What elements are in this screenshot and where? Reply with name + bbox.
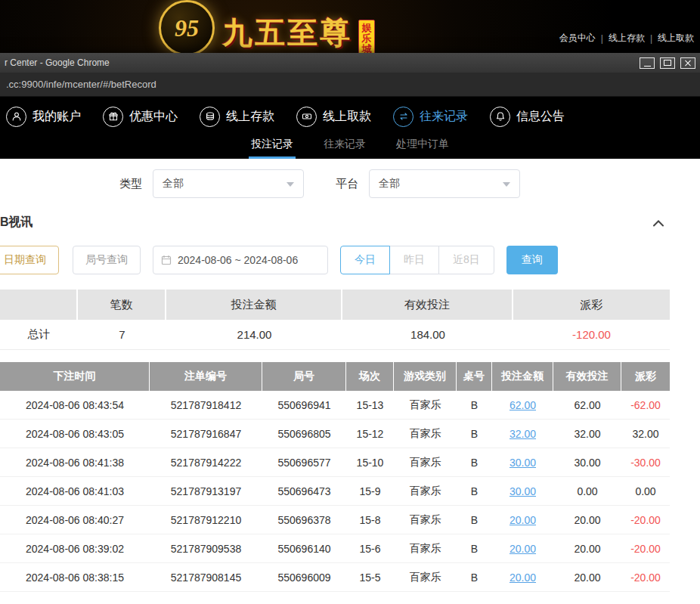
- type-select[interactable]: 全部: [153, 169, 304, 198]
- cell-table: B: [457, 563, 492, 591]
- summary-total-row: 总计 7 214.00 184.00 -120.00: [0, 320, 670, 350]
- cell-bet-amount-link[interactable]: 30.00: [492, 448, 553, 476]
- nav-item-withdraw[interactable]: 线上取款: [296, 107, 371, 127]
- type-filter-label: 类型: [119, 177, 142, 191]
- col-header-bet-no: 注单编号: [150, 362, 262, 391]
- cell-bet-amount-link[interactable]: 62.00: [492, 391, 553, 419]
- col-header-game: 游戏类别: [394, 362, 457, 391]
- type-select-value: 全部: [163, 177, 184, 190]
- tab-processing-orders[interactable]: 处理中订单: [394, 133, 451, 159]
- tab-transaction-records[interactable]: 往来记录: [321, 133, 368, 159]
- cell-bet-amount-link[interactable]: 32.00: [492, 420, 553, 448]
- bell-icon: [490, 107, 510, 127]
- cell-table: B: [457, 420, 492, 448]
- platform-select-value: 全部: [379, 177, 400, 190]
- cell-table: B: [457, 534, 492, 562]
- nav-item-transaction-records[interactable]: 往来记录: [393, 107, 468, 127]
- cell-payout: 0.00: [621, 477, 670, 505]
- summary-header-bet: 投注金额: [166, 290, 342, 320]
- cell-game: 百家乐: [394, 391, 457, 419]
- date-query-button[interactable]: 日期查询: [0, 246, 59, 274]
- date-range-picker[interactable]: 2024-08-06 ~ 2024-08-06: [153, 246, 328, 274]
- cell-round: 550696140: [262, 534, 346, 562]
- col-header-session: 场次: [346, 362, 394, 391]
- date-shortcut-group: 今日 昨日 近8日: [340, 246, 494, 274]
- main-nav: 我的账户 优惠中心 线上存款: [0, 97, 700, 133]
- cell-bet-no: 521787914222: [150, 448, 262, 476]
- col-header-time: 下注时间: [0, 362, 150, 391]
- cell-time: 2024-08-06 08:40:27: [0, 506, 150, 534]
- url-text: .cc:9900/infe/mcenter/#/betRecord: [6, 79, 156, 90]
- cell-bet-no: 521787913197: [150, 477, 262, 505]
- recent-8-days-button[interactable]: 近8日: [438, 246, 494, 274]
- chevron-down-icon: [287, 182, 294, 187]
- record-tabs: 投注记录 往来记录 处理中订单: [0, 133, 700, 159]
- cell-payout: -62.00: [621, 391, 670, 419]
- query-bar: 日期查询 局号查询 2024-08-06 ~ 2024-08-06 今日 昨日 …: [0, 246, 700, 274]
- member-center-page: 我的账户 优惠中心 线上存款: [0, 97, 700, 604]
- collapse-chevron-up-icon[interactable]: [652, 218, 665, 228]
- calendar-icon: [161, 255, 172, 265]
- cell-valid-bet: 20.00: [553, 506, 621, 534]
- platform-select[interactable]: 全部: [369, 169, 520, 198]
- table-row: 2024-08-06 08:43:05 521787916847 5506968…: [0, 420, 670, 448]
- cell-table: B: [457, 448, 492, 476]
- tab-bet-records[interactable]: 投注记录: [249, 133, 296, 159]
- cell-bet-amount-link[interactable]: 20.00: [492, 563, 553, 591]
- table-row: 2024-08-06 08:38:15 521787908145 5506960…: [0, 563, 670, 592]
- window-titlebar[interactable]: r Center - Google Chrome: [0, 53, 700, 73]
- content-area: 类型 全部 平台 全部 B视讯 日期查询: [0, 159, 700, 604]
- yesterday-button[interactable]: 昨日: [389, 246, 439, 274]
- link-separator: |: [601, 33, 603, 44]
- summary-header-row: 笔数 投注金额 有效投注 派彩: [0, 290, 670, 320]
- table-row: 2024-08-06 08:41:03 521787913197 5506964…: [0, 477, 670, 506]
- today-button[interactable]: 今日: [340, 246, 390, 274]
- cell-bet-no: 521787909538: [150, 534, 262, 562]
- logo-badge: 娱 乐 城: [358, 20, 375, 57]
- link-online-withdraw[interactable]: 线上取款: [658, 32, 694, 45]
- cell-game: 百家乐: [394, 534, 457, 562]
- withdraw-icon: [296, 107, 317, 127]
- cell-time: 2024-08-06 08:38:15: [0, 563, 150, 591]
- nav-item-my-account[interactable]: 我的账户: [6, 107, 81, 127]
- cell-bet-amount-link[interactable]: 20.00: [492, 534, 553, 562]
- cell-bet-amount-link[interactable]: 30.00: [492, 477, 553, 505]
- cell-table: B: [457, 477, 492, 505]
- table-row: 2024-08-06 08:43:54 521787918412 5506969…: [0, 391, 670, 420]
- cell-table: B: [457, 391, 492, 419]
- cell-session: 15-9: [346, 477, 394, 505]
- cell-payout: -20.00: [621, 563, 670, 591]
- cell-bet-no: 521787918412: [150, 391, 262, 419]
- link-member-center[interactable]: 会员中心: [559, 32, 596, 45]
- search-button[interactable]: 查询: [506, 246, 558, 274]
- link-online-deposit[interactable]: 线上存款: [609, 32, 645, 45]
- nav-item-promotions[interactable]: 优惠中心: [103, 107, 178, 127]
- round-query-button[interactable]: 局号查询: [73, 246, 141, 274]
- col-header-payout: 派彩: [621, 362, 670, 391]
- table-row: 2024-08-06 08:40:27 521787912210 5506963…: [0, 506, 670, 534]
- close-button[interactable]: [680, 57, 695, 69]
- cell-round: 550696473: [262, 477, 346, 505]
- maximize-button[interactable]: [660, 57, 675, 69]
- col-header-round: 局号: [262, 362, 346, 391]
- minimize-button[interactable]: [640, 57, 655, 69]
- cell-game: 百家乐: [394, 563, 457, 591]
- table-row: 2024-08-06 08:39:02 521787909538 5506961…: [0, 534, 670, 563]
- logo-coin-icon: 95: [159, 0, 215, 56]
- banner-top-links: 会员中心 | 线上存款 | 线上取款: [559, 32, 694, 45]
- browser-window: r Center - Google Chrome .cc:9900/infe/m…: [0, 53, 700, 604]
- cell-round: 550696009: [262, 563, 346, 591]
- filter-row: 类型 全部 平台 全部: [119, 169, 700, 198]
- section-header: B视讯: [0, 215, 700, 231]
- logo-title: 九五至尊: [222, 12, 352, 54]
- summary-header-count: 笔数: [78, 290, 166, 320]
- cell-bet-no: 521787912210: [150, 506, 262, 534]
- date-range-value: 2024-08-06 ~ 2024-08-06: [178, 254, 298, 266]
- cell-valid-bet: 20.00: [553, 563, 621, 591]
- badge-char: 娱: [362, 23, 372, 33]
- nav-item-deposit[interactable]: 线上存款: [200, 107, 274, 127]
- user-icon: [6, 107, 26, 127]
- cell-bet-amount-link[interactable]: 20.00: [492, 506, 553, 534]
- col-header-valid: 有效投注: [553, 362, 621, 391]
- nav-item-announcements[interactable]: 信息公告: [490, 107, 565, 127]
